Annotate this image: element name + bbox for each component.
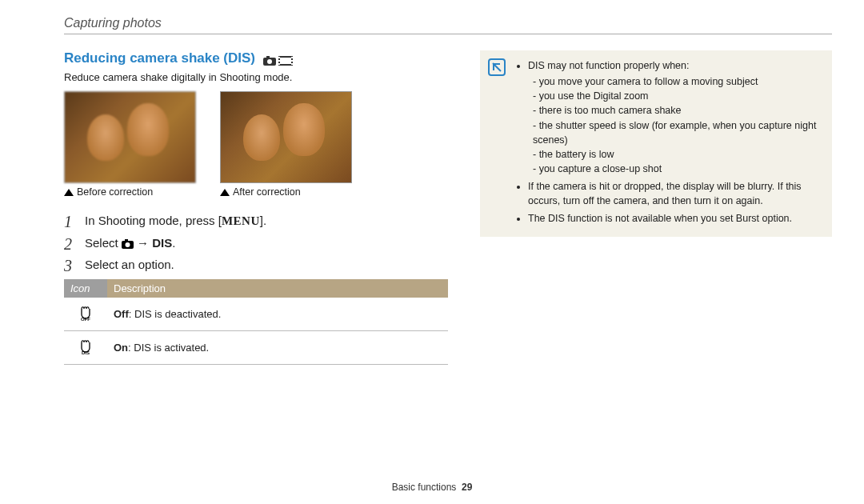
arrow-text: → [134,236,152,250]
film-mode-icon [278,56,293,66]
svg-point-1 [267,59,272,64]
step-1: In Shooting mode, press [MENU]. [64,212,448,230]
step-3: Select an option. [64,256,448,273]
triangle-up-icon [64,189,74,196]
svg-rect-2 [266,56,270,58]
camera-mode-icon [263,56,276,66]
caption-after: After correction [220,186,352,198]
svg-rect-4 [280,58,291,64]
caption-after-text: After correction [233,186,301,198]
table-head-icon: Icon [64,279,107,298]
note-sub-item: you use the Digital zoom [533,89,822,103]
section-title: Reducing camera shake (DIS) [64,50,255,66]
note-sub-item: you capture a close-up shot [533,162,822,176]
note-item: The DIS function is not available when y… [528,211,822,226]
title-mode-icons [263,54,294,66]
svg-rect-8 [291,57,293,58]
svg-rect-6 [278,60,280,62]
step-text: ]. [260,214,266,227]
caption-before: Before correction [64,186,196,198]
example-photo-before [64,91,196,183]
table-row: OFF Off: DIS is deactivated. [64,298,448,331]
options-table: Icon Description OFF Off: DIS is deactiv… [64,279,448,365]
table-head-desc: Description [107,279,448,298]
triangle-up-icon [220,189,230,196]
step-list: In Shooting mode, press [MENU]. Select →… [64,212,448,273]
note-lead: DIS may not function properly when: [528,60,690,71]
step-text: Select [85,236,122,250]
note-sub-item: the shutter speed is slow (for example, … [533,118,822,147]
svg-text:OFF: OFF [81,317,90,322]
note-sub-item: you move your camera to follow a moving … [533,74,822,89]
svg-point-12 [125,242,130,247]
option-label: On [114,342,128,354]
note-sub-item: the battery is low [533,147,822,162]
svg-rect-10 [291,63,293,65]
step-text: . [172,236,175,250]
example-photo-after [220,91,352,183]
svg-rect-7 [278,63,280,65]
dis-label: DIS [152,236,172,250]
page-footer: Basic functions 29 [0,482,864,493]
left-column: Reducing camera shake (DIS) Reduce camer… [64,50,448,365]
step-text: In Shooting mode, press [ [85,214,222,227]
option-desc: : DIS is activated. [128,342,209,354]
note-box: DIS may not function properly when: you … [480,50,832,237]
note-icon [488,58,506,76]
svg-rect-13 [125,239,128,242]
svg-rect-5 [278,57,280,58]
step-2: Select → DIS. [64,234,448,251]
dis-off-icon: OFF [77,304,94,322]
table-row: DIS On: DIS is activated. [64,331,448,365]
note-item: If the camera is hit or dropped, the dis… [528,179,822,208]
camera-icon [122,236,134,250]
option-label: Off [114,308,129,320]
page-number: 29 [462,482,472,493]
footer-section: Basic functions [392,482,457,493]
breadcrumb: Capturing photos [64,16,832,30]
svg-rect-9 [291,60,293,62]
menu-button-label: MENU [222,214,260,227]
section-intro: Reduce camera shake digitally in Shootin… [64,71,448,83]
divider [64,34,832,34]
right-column: DIS may not function properly when: you … [480,50,832,365]
note-sub-item: there is too much camera shake [533,103,822,118]
option-desc: : DIS is deactivated. [129,308,222,320]
dis-on-icon: DIS [77,338,94,355]
caption-before-text: Before correction [77,186,153,198]
svg-text:DIS: DIS [82,350,90,355]
note-item: DIS may not function properly when: you … [528,58,822,176]
